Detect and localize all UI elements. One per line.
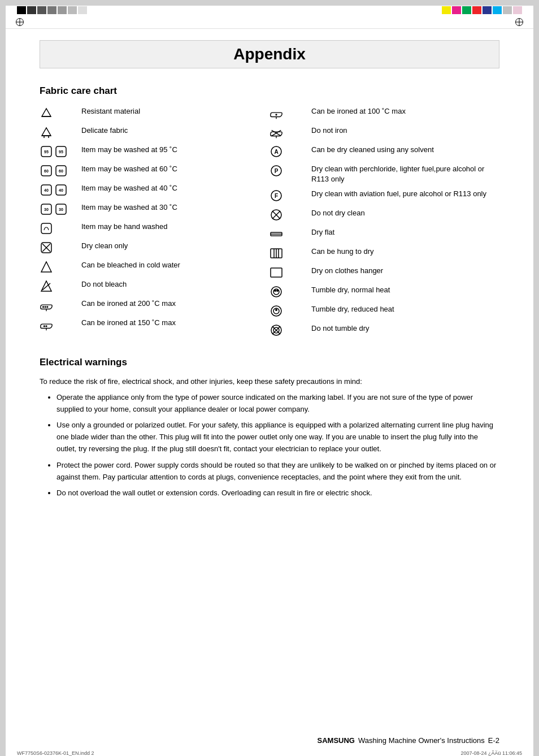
color-swatch <box>68 6 77 14</box>
item-label: Do not tumble dry <box>309 323 499 334</box>
item-label: Can be ironed at 150 ˚C max <box>79 318 270 328</box>
item-label: Do not iron <box>309 126 499 136</box>
warnings-list: Operate the appliance only from the type… <box>40 392 499 499</box>
dry-clean-p-icon: P <box>270 164 309 178</box>
list-item: Can be hung to dry <box>270 245 499 263</box>
iron-150-icon <box>40 318 79 331</box>
list-item: 40 40 Item may be washed at 40 ˚C <box>40 182 270 200</box>
registration-mark-right <box>515 18 523 26</box>
item-label: Resistant material <box>79 106 270 116</box>
file-info-right: 2007-08-24 ¿ÃÄü 11:06:45 <box>460 750 522 756</box>
item-label: Dry clean with aviation fuel, pure alcoh… <box>309 189 499 199</box>
dry-flat-icon <box>270 227 309 241</box>
color-swatch <box>58 6 67 14</box>
chart-col-left: Resistant material Delicate fabric <box>40 105 270 340</box>
list-item: 60 60 Item may be washed at 60 ˚C <box>40 162 270 180</box>
list-item: Dry on clothes hanger <box>270 264 499 282</box>
svg-point-20 <box>44 326 45 327</box>
color-swatch <box>462 6 471 14</box>
svg-point-49 <box>276 309 277 310</box>
iron-200-icon <box>40 299 79 312</box>
list-item: F Dry clean with aviation fuel, pure alc… <box>270 187 499 205</box>
color-swatch <box>442 6 451 14</box>
svg-point-18 <box>47 306 48 308</box>
list-item: 30 30 Item may be washed at 30 ˚C <box>40 201 270 219</box>
svg-point-16 <box>43 306 44 308</box>
list-item: Dry flat <box>270 226 499 244</box>
dry-clean-only-icon <box>40 241 79 254</box>
list-item: Can be bleached in cold water <box>40 258 270 277</box>
item-label: Item may be washed at 30 ˚C <box>79 202 270 213</box>
list-item: Use only a grounded or polarized outlet.… <box>56 420 499 455</box>
tumble-reduced-icon <box>270 304 309 318</box>
item-label: Dry flat <box>309 227 499 237</box>
color-swatch <box>493 6 502 14</box>
svg-point-45 <box>275 290 276 291</box>
item-label: Can be bleached in cold water <box>79 260 270 270</box>
list-item: Do not dry clean <box>270 206 499 224</box>
list-item: Tumble dry, normal heat <box>270 283 499 301</box>
delicate-fabric-icon <box>40 126 79 139</box>
svg-point-23 <box>276 114 277 115</box>
color-swatch <box>452 6 461 14</box>
item-label: Item may be washed at 60 ˚C <box>79 164 270 174</box>
item-label: Do not dry clean <box>309 208 499 218</box>
item-label: Dry on clothes hanger <box>309 266 499 276</box>
hung-to-dry-icon <box>270 247 309 260</box>
page-title: Appendix <box>40 40 499 68</box>
color-swatch <box>472 6 481 14</box>
svg-text:30: 30 <box>59 208 63 211</box>
list-item: Do not bleach <box>40 278 270 296</box>
brand-name: SAMSUNG <box>318 736 355 745</box>
svg-point-43 <box>271 287 281 297</box>
item-label: Item may be washed at 95 ˚C <box>79 145 270 155</box>
svg-point-47 <box>271 306 281 316</box>
no-tumble-icon <box>270 323 309 337</box>
color-swatch <box>503 6 512 14</box>
top-color-strip <box>6 6 533 15</box>
svg-text:95: 95 <box>44 150 49 154</box>
footer-text: Washing Machine Owner's Instructions <box>358 736 485 745</box>
list-item: Operate the appliance only from the type… <box>56 392 499 416</box>
wash-30-icon: 30 30 <box>40 202 79 216</box>
warnings-intro-text: To reduce the risk of fire, electrical s… <box>40 376 499 387</box>
list-item: Tumble dry, reduced heat <box>270 303 499 321</box>
chart-col-right: Can be ironed at 100 ˚C max Do not iron <box>270 105 499 340</box>
item-label: Tumble dry, normal heat <box>309 285 499 295</box>
svg-text:40: 40 <box>44 188 49 192</box>
no-dry-clean-icon <box>270 208 309 222</box>
color-swatch <box>37 6 46 14</box>
item-label: Can be ironed at 100 ˚C max <box>309 106 499 116</box>
svg-point-17 <box>45 306 46 308</box>
item-label: Dry clean only <box>79 241 270 251</box>
item-label: Tumble dry, reduced heat <box>309 304 499 314</box>
list-item: Resistant material <box>40 105 270 123</box>
list-item: Do not overload the wall outlet or exten… <box>56 487 499 499</box>
svg-text:60: 60 <box>44 169 49 173</box>
list-item: Can be ironed at 150 ˚C max <box>40 316 270 334</box>
svg-text:30: 30 <box>44 208 49 211</box>
wash-60-icon: 60 60 <box>40 164 79 178</box>
list-item: A Can be dry cleaned using any solvent <box>270 143 499 161</box>
dry-clean-f-icon: F <box>270 189 309 202</box>
svg-text:F: F <box>275 193 278 199</box>
list-item: Dry clean only <box>40 239 270 257</box>
svg-point-44 <box>273 289 279 295</box>
list-item: Protect the power cord. Power supply cor… <box>56 460 499 483</box>
item-label: Dry clean with perchloride, lighter fuel… <box>309 164 499 184</box>
color-swatch <box>483 6 492 14</box>
list-item: 95 95 Item may be washed at 95 ˚C <box>40 143 270 161</box>
item-label: Delicate fabric <box>79 126 270 136</box>
item-label: Can be ironed at 200 ˚C max <box>79 299 270 309</box>
electrical-warnings-title: Electrical warnings <box>40 357 499 368</box>
list-item: Delicate fabric <box>40 124 270 142</box>
dry-clean-a-icon: A <box>270 145 309 158</box>
item-label: Item may be washed at 40 ˚C <box>79 183 270 193</box>
tumble-normal-icon <box>270 285 309 299</box>
resistant-material-icon <box>40 106 79 120</box>
svg-text:40: 40 <box>59 188 63 192</box>
registration-mark-left <box>16 18 24 26</box>
wash-95-icon: 95 95 <box>40 145 79 158</box>
list-item: Item may be hand washed <box>40 220 270 238</box>
color-swatch <box>78 6 87 14</box>
